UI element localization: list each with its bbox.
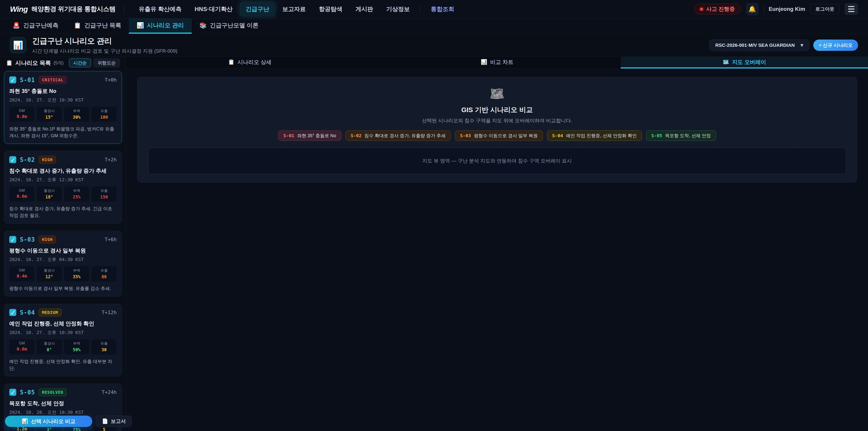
scenario-checkbox[interactable]: ✓: [9, 309, 16, 316]
page-titles: 긴급구난 시나리오 관리 시간 단계별 시나리오 비교·검토 및 구난 의사결정…: [32, 36, 178, 55]
card-header: ✓ S-02 HIGH T+2h: [9, 156, 117, 164]
card-header: ✓ S-05 RESOLVED T+24h: [9, 388, 117, 396]
tab-map-overlay[interactable]: 🗺️ 지도 오버레이: [621, 57, 868, 68]
chip-s04[interactable]: S-04 예인 작업 진행중, 선체 안정화 확인: [547, 130, 642, 141]
scenario-checkbox[interactable]: ✓: [9, 76, 16, 83]
metric-heel: 횡경사18°: [37, 186, 62, 202]
card-header: ✓ S-03 HIGH T+6h: [9, 236, 117, 243]
metric-buoyancy: 부력30%: [64, 107, 89, 122]
map-icon: 🗺️: [723, 59, 729, 65]
scenario-description: 예인 작업 진행중, 선체 안정화 확인. 유출 대부분 차단.: [9, 358, 117, 372]
nav-item-hns[interactable]: HNS·대기확산: [189, 2, 239, 16]
menu-icon: [848, 6, 855, 12]
compare-button-label: 선택 시나리오 비교: [31, 418, 75, 425]
tab-scenario-detail[interactable]: 📋 시나리오 상세: [126, 57, 373, 68]
metric-buoyancy: 부력35%: [64, 266, 89, 281]
document-icon: 📄: [102, 418, 108, 424]
scenario-card-s01[interactable]: ✓ S-01 CRITICAL T+0h 좌현 35° 충돌로 No 2024.…: [4, 71, 122, 144]
tab-scenario-management[interactable]: 📊 시나리오 관리: [129, 18, 192, 34]
scenario-description: 평형수 이동으로 경사 일부 복원. 유출률 감소 추세.: [9, 285, 117, 292]
metric-spill: 유출100: [92, 107, 117, 122]
notifications-button[interactable]: 🔔: [746, 3, 758, 16]
scenario-code: S-03: [20, 236, 35, 243]
metric-heel: 횡경사15°: [37, 107, 62, 122]
scenario-datetime: 2024. 10. 27. 오전 10:30 KST: [9, 97, 117, 103]
chip-s01[interactable]: S-01 좌현 35° 충돌로 No: [278, 130, 341, 141]
scenario-card-s02[interactable]: ✓ S-02 HIGH T+2h 침수 확대로 경사 증가, 유출량 증가 추세…: [4, 151, 122, 223]
scenario-count: (5개): [54, 60, 64, 66]
content: 📋 시나리오 목록 (5개) 시간순 위험도순 ✓ S-01 CRITICAL …: [0, 57, 868, 431]
nav-item-oil-spill[interactable]: 유출유 확산예측: [133, 2, 187, 16]
world-map-icon: 🗺️: [489, 87, 504, 101]
navbar-right: 사고 진행중 🔔 Eunjeong Kim 로그아웃: [694, 3, 858, 16]
chip-s05[interactable]: S-05 목포항 도착, 선체 안정: [646, 130, 716, 141]
sidebar-title: 시나리오 목록: [16, 59, 51, 67]
chip-s02[interactable]: S-02 침수 확대로 경사 증가, 유출량 증가 추세: [345, 130, 451, 141]
nav-item-integrated-search[interactable]: 통합조회: [425, 2, 460, 16]
metric-gm: GM0.6m: [9, 186, 34, 202]
metric-spill: 유출30: [92, 339, 117, 355]
sort-by-risk-button[interactable]: 위험도순: [93, 58, 120, 67]
sort-buttons: 시간순 위험도순: [69, 58, 120, 67]
app-logo: Wing 해양환경 위기대응 통합시스템: [10, 5, 116, 13]
main-area: 📋 시나리오 상세 📊 비교 차트 🗺️ 지도 오버레이 🗺️ GIS 기반 시…: [126, 57, 868, 431]
chip-s03[interactable]: S-03 평형수 이동으로 경사 일부 복원: [455, 130, 543, 141]
sort-by-time-button[interactable]: 시간순: [69, 58, 91, 67]
check-icon: ✓: [11, 76, 14, 83]
time-offset: T+0h: [105, 77, 117, 83]
tab-compare-chart[interactable]: 📊 비교 차트: [373, 57, 621, 68]
time-offset: T+6h: [105, 237, 117, 242]
compare-scenarios-button[interactable]: 📊 선택 시나리오 비교: [5, 415, 92, 427]
metric-gm: GM0.8m: [9, 107, 34, 122]
severity-badge: HIGH: [39, 236, 56, 243]
scenario-code: S-05: [20, 389, 35, 396]
map-placeholder-text: 지도 뷰 영역 — 구난 분석 지도와 연동하여 침수 구역 오버레이 표시: [422, 157, 572, 164]
scenario-checkbox[interactable]: ✓: [9, 236, 16, 243]
scenario-title: 침수 확대로 경사 증가, 유출량 증가 추세: [9, 167, 117, 175]
header-actions: RSC-2026-001·M/V SEA GUARDIAN ▾ + 신규 시나리…: [709, 39, 858, 51]
scenario-code: S-04: [20, 309, 35, 316]
metric-heel: 횡경사8°: [37, 339, 62, 355]
check-icon: ✓: [11, 156, 14, 163]
page-title: 긴급구난 시나리오 관리: [32, 36, 178, 46]
card-header: ✓ S-04 MEDIUM T+12h: [9, 308, 117, 316]
divider: [420, 4, 421, 13]
new-scenario-button[interactable]: + 신규 시나리오: [813, 39, 858, 51]
scenario-sidebar: 📋 시나리오 목록 (5개) 시간순 위험도순 ✓ S-01 CRITICAL …: [0, 57, 126, 431]
app-title: 해양환경 위기대응 통합시스템: [31, 5, 116, 13]
nav-item-reports[interactable]: 보고자료: [276, 2, 312, 16]
tab-rescue-prediction[interactable]: 🚨 긴급구난예측: [5, 18, 66, 34]
check-icon: ✓: [11, 236, 14, 243]
tab-label: 비교 차트: [490, 59, 514, 66]
incident-status-label: 사고 진행중: [706, 5, 735, 13]
nav-item-rescue[interactable]: 긴급구난: [240, 2, 275, 16]
incident-dot-icon: [700, 8, 703, 11]
scenario-card-s03[interactable]: ✓ S-03 HIGH T+6h 평형수 이동으로 경사 일부 복원 2024.…: [4, 231, 122, 297]
tab-rescue-list[interactable]: 📋 긴급구난 목록: [66, 18, 129, 34]
report-button[interactable]: 📄 보고서: [96, 415, 132, 427]
check-icon: ✓: [11, 389, 14, 396]
clipboard-icon: 📋: [74, 22, 81, 29]
nav-item-weather[interactable]: 기상정보: [380, 2, 416, 16]
report-button-label: 보고서: [111, 418, 126, 425]
sub-navigation: 🚨 긴급구난예측 📋 긴급구난 목록 📊 시나리오 관리 📚 긴급구난모델 이론: [0, 18, 868, 34]
tab-rescue-model-theory[interactable]: 📚 긴급구난모델 이론: [192, 18, 266, 34]
page-icon: 📊: [10, 37, 26, 53]
tab-label: 지도 오버레이: [732, 59, 766, 66]
time-offset: T+12h: [102, 310, 117, 315]
logout-button[interactable]: 로그아웃: [810, 4, 839, 14]
severity-badge: RESOLVED: [39, 388, 67, 396]
metric-buoyancy: 부력25%: [64, 186, 89, 202]
scenario-checkbox[interactable]: ✓: [9, 156, 16, 163]
scenario-list[interactable]: ✓ S-01 CRITICAL T+0h 좌현 35° 충돌로 No 2024.…: [0, 69, 126, 431]
scenario-checkbox[interactable]: ✓: [9, 389, 16, 396]
gis-panel: 🗺️ GIS 기반 시나리오 비교 선택된 시나리오의 침수 구역을 지도 위에…: [137, 77, 857, 183]
scenario-card-s04[interactable]: ✓ S-04 MEDIUM T+12h 예인 작업 진행중, 선체 안정화 확인…: [4, 304, 122, 376]
case-select-dropdown[interactable]: RSC-2026-001·M/V SEA GUARDIAN ▾: [709, 39, 809, 51]
nav-item-aerial-search[interactable]: 항공탐색: [313, 2, 348, 16]
nav-item-board[interactable]: 게시판: [350, 2, 379, 16]
incident-status-badge: 사고 진행중: [694, 4, 741, 14]
scenario-datetime: 2024. 10. 27. 오후 12:30 KST: [9, 177, 117, 183]
hamburger-menu-button[interactable]: [844, 3, 858, 15]
chart-icon: 📊: [481, 59, 487, 65]
